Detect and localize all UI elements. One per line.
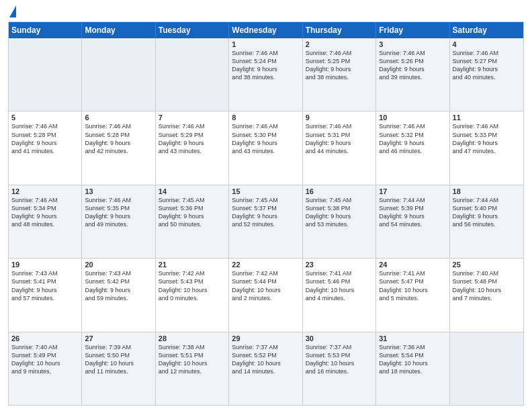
day-number: 29 [232,334,299,342]
day-number: 1 [232,40,299,48]
week-row: 19Sunrise: 7:43 AM Sunset: 5:41 PM Dayli… [9,258,523,331]
day-number: 7 [159,113,226,122]
day-info: Sunrise: 7:43 AM Sunset: 5:41 PM Dayligh… [11,269,79,302]
day-header-monday: Monday [82,22,155,38]
day-info: Sunrise: 7:46 AM Sunset: 5:26 PM Dayligh… [379,49,446,82]
day-info: Sunrise: 7:41 AM Sunset: 5:47 PM Dayligh… [379,269,446,302]
day-info: Sunrise: 7:46 AM Sunset: 5:24 PM Dayligh… [232,49,299,82]
day-number: 30 [306,334,373,342]
week-row: 26Sunrise: 7:40 AM Sunset: 5:49 PM Dayli… [9,332,523,405]
day-number: 9 [306,113,373,122]
day-cell: 31Sunrise: 7:36 AM Sunset: 5:54 PM Dayli… [376,332,449,405]
day-header-friday: Friday [376,22,449,38]
week-row: 12Sunrise: 7:46 AM Sunset: 5:34 PM Dayli… [9,185,523,258]
day-number: 15 [232,187,299,195]
day-info: Sunrise: 7:40 AM Sunset: 5:48 PM Dayligh… [453,269,521,302]
day-number: 27 [85,334,152,342]
day-info: Sunrise: 7:41 AM Sunset: 5:46 PM Dayligh… [306,269,373,302]
day-info: Sunrise: 7:46 AM Sunset: 5:27 PM Dayligh… [453,49,521,82]
day-info: Sunrise: 7:46 AM Sunset: 5:34 PM Dayligh… [11,196,79,229]
day-number: 17 [379,187,446,195]
day-header-sunday: Sunday [9,22,82,38]
day-cell: 27Sunrise: 7:39 AM Sunset: 5:50 PM Dayli… [82,332,155,405]
day-headers: SundayMondayTuesdayWednesdayThursdayFrid… [9,22,523,38]
day-cell: 5Sunrise: 7:46 AM Sunset: 5:28 PM Daylig… [9,111,82,184]
day-number: 12 [11,187,79,195]
day-header-saturday: Saturday [450,22,523,38]
day-cell [82,38,155,111]
day-info: Sunrise: 7:45 AM Sunset: 5:37 PM Dayligh… [232,196,299,229]
day-info: Sunrise: 7:45 AM Sunset: 5:38 PM Dayligh… [306,196,373,229]
day-cell [450,332,523,405]
day-number: 10 [379,113,446,122]
day-number: 13 [85,187,152,195]
day-number: 14 [159,187,226,195]
day-cell: 19Sunrise: 7:43 AM Sunset: 5:41 PM Dayli… [9,259,82,331]
day-info: Sunrise: 7:39 AM Sunset: 5:50 PM Dayligh… [85,343,152,376]
day-number: 5 [11,113,79,122]
day-number: 16 [306,187,373,195]
day-header-thursday: Thursday [303,22,376,38]
day-info: Sunrise: 7:38 AM Sunset: 5:51 PM Dayligh… [159,343,226,376]
day-cell: 6Sunrise: 7:46 AM Sunset: 5:28 PM Daylig… [82,111,155,184]
day-cell [9,38,82,111]
day-cell: 18Sunrise: 7:44 AM Sunset: 5:40 PM Dayli… [450,185,523,258]
day-cell: 14Sunrise: 7:45 AM Sunset: 5:36 PM Dayli… [156,185,229,258]
day-cell: 12Sunrise: 7:46 AM Sunset: 5:34 PM Dayli… [9,185,82,258]
day-number: 28 [159,334,226,342]
page: SundayMondayTuesdayWednesdayThursdayFrid… [0,0,532,411]
day-cell: 11Sunrise: 7:46 AM Sunset: 5:33 PM Dayli… [450,111,523,184]
day-info: Sunrise: 7:46 AM Sunset: 5:33 PM Dayligh… [453,122,521,155]
day-cell: 7Sunrise: 7:46 AM Sunset: 5:29 PM Daylig… [156,111,229,184]
weeks: 1Sunrise: 7:46 AM Sunset: 5:24 PM Daylig… [9,38,523,405]
day-cell: 10Sunrise: 7:46 AM Sunset: 5:32 PM Dayli… [376,111,449,184]
day-info: Sunrise: 7:46 AM Sunset: 5:28 PM Dayligh… [85,122,152,155]
day-header-wednesday: Wednesday [229,22,302,38]
day-cell: 29Sunrise: 7:37 AM Sunset: 5:52 PM Dayli… [229,332,302,405]
day-number: 23 [306,261,373,269]
week-row: 1Sunrise: 7:46 AM Sunset: 5:24 PM Daylig… [9,38,523,111]
day-info: Sunrise: 7:42 AM Sunset: 5:44 PM Dayligh… [232,269,299,302]
day-cell [156,38,229,111]
day-cell: 23Sunrise: 7:41 AM Sunset: 5:46 PM Dayli… [303,259,376,331]
day-number: 21 [159,261,226,269]
day-cell: 30Sunrise: 7:37 AM Sunset: 5:53 PM Dayli… [303,332,376,405]
logo [8,7,16,17]
day-info: Sunrise: 7:43 AM Sunset: 5:42 PM Dayligh… [85,269,152,302]
day-cell: 13Sunrise: 7:46 AM Sunset: 5:35 PM Dayli… [82,185,155,258]
day-cell: 24Sunrise: 7:41 AM Sunset: 5:47 PM Dayli… [376,259,449,331]
day-number: 4 [453,40,521,48]
day-cell: 22Sunrise: 7:42 AM Sunset: 5:44 PM Dayli… [229,259,302,331]
day-info: Sunrise: 7:37 AM Sunset: 5:52 PM Dayligh… [232,343,299,376]
calendar: SundayMondayTuesdayWednesdayThursdayFrid… [8,21,524,406]
day-cell: 15Sunrise: 7:45 AM Sunset: 5:37 PM Dayli… [229,185,302,258]
day-number: 11 [453,113,521,122]
day-header-tuesday: Tuesday [156,22,229,38]
day-cell: 20Sunrise: 7:43 AM Sunset: 5:42 PM Dayli… [82,259,155,331]
day-info: Sunrise: 7:45 AM Sunset: 5:36 PM Dayligh… [159,196,226,229]
week-row: 5Sunrise: 7:46 AM Sunset: 5:28 PM Daylig… [9,111,523,184]
day-cell: 3Sunrise: 7:46 AM Sunset: 5:26 PM Daylig… [376,38,449,111]
day-cell: 16Sunrise: 7:45 AM Sunset: 5:38 PM Dayli… [303,185,376,258]
day-info: Sunrise: 7:44 AM Sunset: 5:39 PM Dayligh… [379,196,446,229]
day-info: Sunrise: 7:42 AM Sunset: 5:43 PM Dayligh… [159,269,226,302]
day-number: 31 [379,334,446,342]
day-number: 22 [232,261,299,269]
day-info: Sunrise: 7:46 AM Sunset: 5:29 PM Dayligh… [159,122,226,155]
day-number: 20 [85,261,152,269]
day-cell: 1Sunrise: 7:46 AM Sunset: 5:24 PM Daylig… [229,38,302,111]
header [8,7,524,17]
day-info: Sunrise: 7:44 AM Sunset: 5:40 PM Dayligh… [453,196,521,229]
day-cell: 25Sunrise: 7:40 AM Sunset: 5:48 PM Dayli… [450,259,523,331]
day-cell: 17Sunrise: 7:44 AM Sunset: 5:39 PM Dayli… [376,185,449,258]
day-info: Sunrise: 7:46 AM Sunset: 5:25 PM Dayligh… [306,49,373,82]
day-number: 26 [11,334,79,342]
day-info: Sunrise: 7:46 AM Sunset: 5:31 PM Dayligh… [306,122,373,155]
logo-triangle-icon [9,5,16,17]
day-number: 2 [306,40,373,48]
day-info: Sunrise: 7:46 AM Sunset: 5:32 PM Dayligh… [379,122,446,155]
day-info: Sunrise: 7:46 AM Sunset: 5:35 PM Dayligh… [85,196,152,229]
day-info: Sunrise: 7:36 AM Sunset: 5:54 PM Dayligh… [379,343,446,376]
day-number: 19 [11,261,79,269]
day-cell: 21Sunrise: 7:42 AM Sunset: 5:43 PM Dayli… [156,259,229,331]
